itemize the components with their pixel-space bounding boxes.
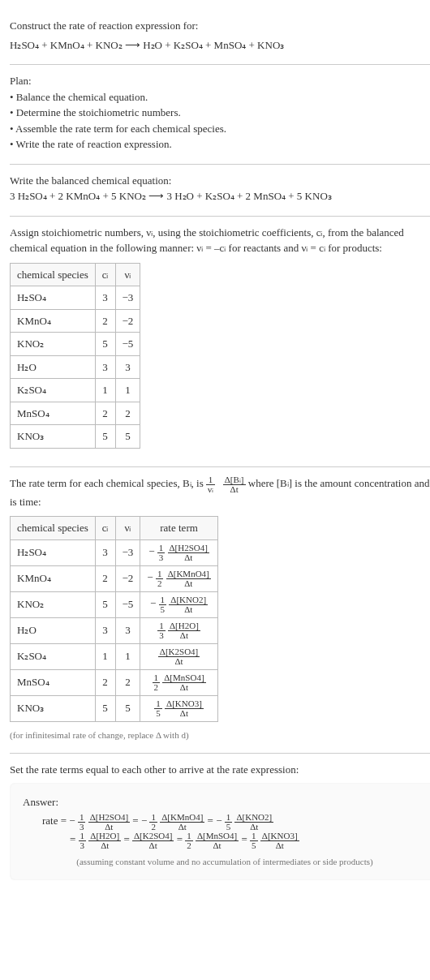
plan-item: • Assemble the rate term for each chemic… bbox=[10, 121, 430, 137]
table-row: KMnO₄2−2 − 12 Δ[KMnO4]Δt bbox=[11, 565, 218, 591]
frac-num: Δ[Bᵢ] bbox=[223, 475, 246, 485]
c-cell: 3 bbox=[95, 617, 115, 643]
stoich-table: chemical species cᵢ νᵢ H₂SO₄3−3KMnO₄2−2K… bbox=[10, 263, 140, 449]
species-cell: H₂O bbox=[11, 617, 96, 643]
final-title: Set the rate terms equal to each other t… bbox=[10, 762, 430, 778]
species-cell: KNO₃ bbox=[11, 425, 96, 449]
rateterm-cell: 12 Δ[MnSO4]Δt bbox=[140, 669, 217, 695]
v-cell: −2 bbox=[115, 565, 140, 591]
rateterm-intro: The rate term for each chemical species,… bbox=[10, 475, 430, 510]
rateterm-cell: − 15 Δ[KNO2]Δt bbox=[140, 591, 217, 617]
frac-den: νᵢ bbox=[206, 485, 215, 494]
stoich-section: Assign stoichiometric numbers, νᵢ, using… bbox=[10, 217, 430, 467]
c-cell: 5 bbox=[95, 695, 115, 721]
species-cell: K₂SO₄ bbox=[11, 379, 96, 402]
table-row: H₂O3313 Δ[H2O]Δt bbox=[11, 617, 218, 643]
species-cell: H₂SO₄ bbox=[11, 539, 96, 565]
plan-item: • Determine the stoichiometric numbers. bbox=[10, 105, 430, 121]
stoich-intro: Assign stoichiometric numbers, νᵢ, using… bbox=[10, 225, 430, 256]
plan-item: • Write the rate of reaction expression. bbox=[10, 136, 430, 153]
table-row: KNO₃5515 Δ[KNO3]Δt bbox=[11, 695, 218, 721]
plan-section: Plan: • Balance the chemical equation.• … bbox=[10, 65, 430, 165]
c-cell: 2 bbox=[95, 402, 115, 425]
c-cell: 3 bbox=[95, 355, 115, 379]
species-cell: K₂SO₄ bbox=[11, 643, 96, 669]
table-row: H₂SO₄3−3 − 13 Δ[H2SO4]Δt bbox=[11, 539, 218, 565]
c-cell: 3 bbox=[95, 539, 115, 565]
species-cell: KNO₂ bbox=[11, 333, 96, 356]
rateterm-note: (for infinitesimal rate of change, repla… bbox=[10, 729, 430, 742]
rate-expression: rate = − 13 Δ[H2SO4]Δt = − 12 Δ[KMnO4]Δt… bbox=[23, 813, 427, 850]
v-cell: −3 bbox=[115, 539, 140, 565]
rateterm-cell: 15 Δ[KNO3]Δt bbox=[140, 695, 217, 721]
assumption-note: (assuming constant volume and no accumul… bbox=[23, 855, 427, 869]
c-cell: 5 bbox=[95, 333, 115, 356]
v-cell: 2 bbox=[115, 402, 140, 425]
v-cell: 2 bbox=[115, 669, 140, 695]
species-cell: KMnO₄ bbox=[11, 565, 96, 591]
c-cell: 2 bbox=[95, 309, 115, 333]
table-header: rate term bbox=[140, 517, 217, 540]
v-cell: 1 bbox=[115, 379, 140, 402]
v-cell: 3 bbox=[115, 617, 140, 643]
table-row: KMnO₄2−2 bbox=[11, 309, 140, 333]
answer-box: Answer: rate = − 13 Δ[H2SO4]Δt = − 12 Δ[… bbox=[10, 783, 430, 880]
rateterm-outer-frac: 1 νᵢ bbox=[206, 475, 215, 494]
c-cell: 2 bbox=[95, 669, 115, 695]
c-cell: 1 bbox=[95, 643, 115, 669]
balanced-title: Write the balanced chemical equation: bbox=[10, 173, 430, 189]
species-cell: MnSO₄ bbox=[11, 669, 96, 695]
rate-label: rate = bbox=[42, 815, 67, 827]
species-cell: H₂SO₄ bbox=[11, 286, 96, 310]
v-cell: −3 bbox=[115, 286, 140, 310]
table-row: KNO₃55 bbox=[11, 425, 140, 449]
table-header: νᵢ bbox=[115, 263, 140, 286]
species-cell: KMnO₄ bbox=[11, 309, 96, 333]
rateterm-cell: 13 Δ[H2O]Δt bbox=[140, 617, 217, 643]
table-row: MnSO₄2212 Δ[MnSO4]Δt bbox=[11, 669, 218, 695]
species-cell: MnSO₄ bbox=[11, 402, 96, 425]
v-cell: −2 bbox=[115, 309, 140, 333]
table-header: cᵢ bbox=[95, 263, 115, 286]
plan-items: • Balance the chemical equation.• Determ… bbox=[10, 89, 430, 153]
balanced-equation: 3 H₂SO₄ + 2 KMnO₄ + 5 KNO₂ ⟶ 3 H₂O + K₂S… bbox=[10, 188, 430, 204]
table-row: KNO₂5−5 − 15 Δ[KNO2]Δt bbox=[11, 591, 218, 617]
table-row: KNO₂5−5 bbox=[11, 333, 140, 356]
v-cell: 5 bbox=[115, 425, 140, 449]
table-header: νᵢ bbox=[115, 517, 140, 540]
plan-item: • Balance the chemical equation. bbox=[10, 89, 430, 105]
rateterm-intro-a: The rate term for each chemical species,… bbox=[10, 477, 206, 489]
frac-den: Δt bbox=[223, 485, 246, 494]
table-header: chemical species bbox=[11, 517, 96, 540]
rateterm-cell: Δ[K2SO4]Δt bbox=[140, 643, 217, 669]
species-cell: KNO₃ bbox=[11, 695, 96, 721]
table-row: K₂SO₄11Δ[K2SO4]Δt bbox=[11, 643, 218, 669]
rate-line1: − 13 Δ[H2SO4]Δt = − 12 Δ[KMnO4]Δt = − 15… bbox=[69, 815, 273, 827]
rateterm-section: The rate term for each chemical species,… bbox=[10, 467, 430, 754]
table-header: chemical species bbox=[11, 263, 96, 286]
c-cell: 2 bbox=[95, 565, 115, 591]
table-header: cᵢ bbox=[95, 517, 115, 540]
species-cell: H₂O bbox=[11, 355, 96, 379]
rateterm-cell: − 13 Δ[H2SO4]Δt bbox=[140, 539, 217, 565]
plan-title: Plan: bbox=[10, 73, 430, 89]
v-cell: −5 bbox=[115, 333, 140, 356]
intro-section: Construct the rate of reaction expressio… bbox=[10, 10, 430, 65]
species-cell: KNO₂ bbox=[11, 591, 96, 617]
c-cell: 3 bbox=[95, 286, 115, 310]
table-row: MnSO₄22 bbox=[11, 402, 140, 425]
v-cell: 1 bbox=[115, 643, 140, 669]
c-cell: 5 bbox=[95, 425, 115, 449]
intro-title: Construct the rate of reaction expressio… bbox=[10, 18, 430, 34]
rateterm-inner-frac: Δ[Bᵢ] Δt bbox=[223, 475, 246, 494]
c-cell: 1 bbox=[95, 379, 115, 402]
frac-num: 1 bbox=[206, 475, 215, 485]
rateterm-cell: − 12 Δ[KMnO4]Δt bbox=[140, 565, 217, 591]
rate-line2: 13 Δ[H2O]Δt = Δ[K2SO4]Δt = 12 Δ[MnSO4]Δt… bbox=[79, 833, 299, 845]
c-cell: 5 bbox=[95, 591, 115, 617]
v-cell: 5 bbox=[115, 695, 140, 721]
table-row: H₂O33 bbox=[11, 355, 140, 379]
table-row: H₂SO₄3−3 bbox=[11, 286, 140, 310]
final-section: Set the rate terms equal to each other t… bbox=[10, 754, 430, 892]
intro-equation: H₂SO₄ + KMnO₄ + KNO₂ ⟶ H₂O + K₂SO₄ + MnS… bbox=[10, 37, 430, 54]
